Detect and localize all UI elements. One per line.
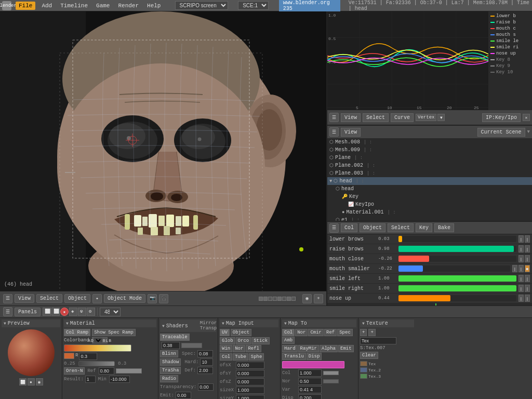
- to-nor-btn[interactable]: Nor: [295, 329, 308, 336]
- scene-selector[interactable]: SCE:1: [238, 1, 269, 10]
- colorband-controls[interactable]: AD L BL B: [92, 337, 108, 343]
- sk-nose-up[interactable]: nose up 0.44 | |: [327, 294, 532, 303]
- map-to-color-bar[interactable]: [282, 361, 344, 368]
- radio-btn[interactable]: Radio: [160, 375, 178, 382]
- sk-mouth-smaller-ctrl1[interactable]: |: [512, 265, 517, 272]
- menu-add[interactable]: Add: [39, 2, 54, 10]
- blender-tab[interactable]: www.blender.org 235: [279, 0, 340, 12]
- to-alpha-btn[interactable]: Alpha: [320, 345, 338, 352]
- to-col-btn[interactable]: Col: [282, 329, 295, 336]
- nor-btn[interactable]: Nor: [233, 345, 245, 352]
- to-var-field[interactable]: [298, 386, 322, 393]
- current-scene-btn[interactable]: Current Scene: [477, 128, 525, 137]
- graph-view-btn[interactable]: View: [341, 113, 361, 122]
- graph-close-icon[interactable]: ✕: [523, 114, 530, 121]
- frame-selector[interactable]: 48: [100, 308, 121, 316]
- panels-menu-icon[interactable]: ☰: [3, 307, 12, 316]
- panels-icon3[interactable]: ◈: [69, 308, 77, 316]
- viewport-plus-icon[interactable]: +: [314, 294, 323, 303]
- sk-select-btn[interactable]: Select: [388, 223, 414, 232]
- sk-lower-brows-ctrl2[interactable]: |: [525, 235, 530, 243]
- viewport-select-btn[interactable]: Select: [36, 294, 62, 303]
- viewport-object-btn[interactable]: Object: [64, 294, 90, 303]
- menu-file[interactable]: File: [16, 2, 35, 10]
- viewport-headphone-icon[interactable]: 🎧: [159, 294, 168, 303]
- sk-raise-brows-ctrl2[interactable]: |: [525, 245, 530, 252]
- graph-filter-icon[interactable]: ▼: [437, 114, 445, 121]
- sk-smile-left-ctrl1[interactable]: |: [518, 275, 524, 282]
- preview-btn1[interactable]: ⬜: [19, 378, 26, 385]
- outliner-head[interactable]: ▼ ⬡ head | :: [327, 177, 532, 185]
- sk-mouth-close-ctrl2[interactable]: |: [525, 255, 530, 262]
- sk-menu-icon[interactable]: ☰: [329, 223, 339, 233]
- panels-icon5[interactable]: ⚙: [87, 308, 95, 316]
- sk-lower-brows-ctrl1[interactable]: |: [518, 235, 524, 243]
- shadow-btn[interactable]: Shadow: [160, 358, 181, 366]
- stick-btn[interactable]: Stick: [251, 337, 270, 344]
- sk-nose-up-ctrl1[interactable]: |: [518, 295, 524, 302]
- outliner-plane003[interactable]: ⬡ Plane.003 | :: [327, 169, 532, 177]
- to-disp-btn[interactable]: Disp: [307, 353, 322, 360]
- shaders-def-field[interactable]: [197, 367, 213, 374]
- graph-menu-icon[interactable]: ☰: [329, 113, 339, 122]
- to-cmir-btn[interactable]: Cmir: [308, 329, 324, 336]
- win-btn[interactable]: Win: [220, 345, 232, 352]
- color-swatch-r[interactable]: [64, 353, 74, 359]
- outliner-mesh008[interactable]: ⬡ Mesh.008 | :: [327, 138, 532, 146]
- sk-nose-up-ctrl2[interactable]: |: [525, 295, 530, 302]
- outliner-mesh009[interactable]: ⬡ Mesh.009 | :: [327, 146, 532, 154]
- shaders-oren-field[interactable]: [162, 342, 180, 349]
- outliner-head-child[interactable]: ⬡ head: [334, 185, 532, 193]
- tex-slot-2[interactable]: Tex.2: [360, 367, 414, 373]
- outliner-material[interactable]: ● Material.001 | :: [340, 208, 532, 216]
- tex-clear-btn[interactable]: Clear: [360, 352, 378, 359]
- to-col-field[interactable]: [298, 369, 322, 377]
- blinn-btn[interactable]: Blinn: [160, 350, 178, 357]
- to-emit-btn[interactable]: Emit: [338, 345, 354, 352]
- tex-slot-3[interactable]: Tex.3: [360, 374, 414, 379]
- to-translu-btn[interactable]: Translu: [282, 353, 306, 360]
- tex-name-field[interactable]: [360, 337, 396, 344]
- mat-slider[interactable]: [78, 361, 115, 366]
- sk-mouth-smaller-keyframe[interactable]: ■: [525, 265, 530, 272]
- mat-min-field[interactable]: [109, 376, 130, 383]
- to-ref-btn[interactable]: Ref: [324, 329, 337, 336]
- color-r-field[interactable]: [79, 353, 97, 360]
- sizex-field[interactable]: [236, 387, 264, 394]
- to-spec-btn[interactable]: Spec: [337, 329, 353, 336]
- graph-curve-btn[interactable]: Curve: [391, 113, 414, 122]
- oren-n-btn[interactable]: Oren-N: [64, 367, 85, 375]
- shaders-hard-field[interactable]: [200, 358, 213, 366]
- sk-mouth-close-ctrl1[interactable]: |: [518, 255, 524, 262]
- ofsx-field[interactable]: [236, 362, 264, 369]
- panels-icon2[interactable]: ⬜: [51, 308, 60, 316]
- tube-btn[interactable]: Tube: [233, 353, 248, 361]
- sk-smile-left[interactable]: smile left 1.00 | |: [327, 274, 532, 284]
- ofsy-field[interactable]: [236, 370, 264, 377]
- sk-key-btn[interactable]: Key: [416, 223, 432, 232]
- outliner-view-btn[interactable]: View: [341, 128, 361, 137]
- ipo-type-btn[interactable]: IP:Key/Ipo: [482, 113, 521, 122]
- panels-icon1[interactable]: ⬜: [43, 308, 51, 316]
- shaders-spec-field[interactable]: [197, 350, 213, 357]
- sk-object-btn[interactable]: Object: [360, 223, 385, 232]
- panels-dot-icon[interactable]: ●: [60, 308, 69, 316]
- to-nor-field[interactable]: [298, 378, 322, 385]
- preview-btn2[interactable]: ●: [28, 378, 35, 385]
- sk-smile-right-ctrl1[interactable]: |: [518, 285, 524, 292]
- to-disp-field[interactable]: [298, 394, 322, 399]
- outliner-plane002[interactable]: ⬡ Plane.002 | :: [327, 162, 532, 169]
- to-raymir-btn[interactable]: RayMir: [298, 345, 319, 352]
- to-hard-btn[interactable]: Hard: [282, 345, 298, 352]
- sk-mouth-smaller-ctrl2[interactable]: |: [518, 265, 524, 272]
- trasha-btn[interactable]: TraSha: [160, 367, 181, 374]
- uv-btn[interactable]: UV: [220, 329, 230, 336]
- panels-btn[interactable]: Panels: [15, 308, 41, 316]
- outliner-plane[interactable]: ⬡ Plane | :: [327, 154, 532, 162]
- col-btn[interactable]: Col: [220, 353, 232, 361]
- outliner-e1[interactable]: ⬡ e1 | :: [334, 216, 532, 222]
- outliner-key[interactable]: 🔑 Key: [340, 193, 532, 201]
- glob-btn[interactable]: Glob: [220, 337, 235, 344]
- sk-bake-btn[interactable]: Bake: [434, 223, 454, 232]
- sizey-field[interactable]: [236, 395, 264, 399]
